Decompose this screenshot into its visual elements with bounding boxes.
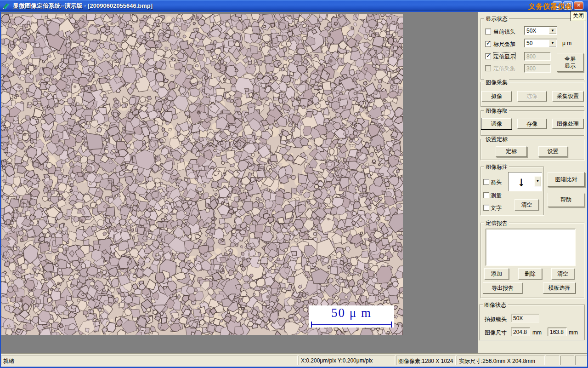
dropdown-arrow-icon[interactable]: ▼ [549, 40, 556, 46]
group-title: 图像标注 [484, 163, 509, 171]
current-lens-checkbox[interactable] [485, 29, 491, 34]
status-empty-segment [575, 356, 587, 365]
capture-lens-label: 拍摄镜头 [485, 316, 507, 323]
capture-lens-value: 50X [511, 314, 539, 322]
group-title: 图像采集 [484, 79, 509, 86]
scale-bar-tick [311, 322, 312, 328]
fixed-capture-label: 定倍采集 [493, 65, 515, 73]
status-empty-segment [546, 356, 560, 365]
status-actual-size: 实际尺寸:256.0mm X 204.8mm [457, 356, 545, 365]
capture-settings-button[interactable]: 采集设置 [552, 91, 583, 101]
measure-label: 测量 [491, 192, 502, 200]
report-clear-button[interactable]: 清空 [551, 268, 574, 279]
current-lens-combobox[interactable]: 50X ▼ [524, 26, 557, 35]
freeze-button: 冻像 [517, 91, 547, 101]
atlas-compare-button[interactable]: 图谱比对 [548, 172, 585, 187]
workspace: 50 μ m [1, 12, 478, 353]
scale-bar-label: 50 μ m [309, 305, 394, 320]
status-empty-segment [560, 356, 574, 365]
micrograph-image[interactable] [1, 14, 403, 335]
clear-annotation-button[interactable]: 清空 [514, 199, 539, 210]
dropdown-arrow-icon[interactable]: ▼ [534, 176, 541, 186]
image-size-label: 图像尺寸 [485, 329, 507, 337]
fixed-display-input: 800 [524, 52, 551, 61]
status-pixel-scale: X:0.200μm/pix Y:0.200μm/pix [299, 356, 395, 365]
measure-checkbox[interactable] [483, 192, 489, 198]
current-lens-label: 当前镜头 [493, 28, 515, 36]
close-tooltip: 关闭 [571, 11, 586, 21]
check-icon: ✓ [486, 52, 491, 58]
report-listbox[interactable] [486, 229, 576, 266]
status-ready: 就绪 [1, 356, 298, 365]
control-panel: 显示状态 当前镜头 50X ▼ ✓ 标尺叠加 50 ▼ μ m ✓ 定倍显示 8… [478, 12, 587, 353]
help-button[interactable]: 帮助 [548, 193, 584, 207]
fixed-display-label: 定倍显示 [493, 53, 515, 61]
dropdown-arrow-icon[interactable]: ▼ [549, 27, 556, 34]
close-icon: ✕ [574, 2, 583, 8]
scale-bar-tick [391, 322, 392, 328]
restore-button[interactable] [563, 1, 573, 10]
image-width-value: 204.8 [511, 328, 530, 336]
scale-bar-overlay: 50 μ m [309, 305, 394, 328]
image-height-value: 163.8 [548, 328, 567, 336]
group-title: 设置定标 [484, 136, 509, 144]
report-add-button[interactable]: 添加 [484, 268, 509, 279]
group-title: 定倍报告 [484, 219, 509, 227]
title-bar: 显微图像定倍系统--演示版 - [20090602055646.bmp] ✕ [0, 0, 588, 11]
check-icon: ✓ [486, 40, 491, 46]
status-bar: 就绪 X:0.200μm/pix Y:0.200μm/pix 图像像素:1280… [1, 353, 587, 367]
calibration-settings-button[interactable]: 设置 [538, 146, 567, 157]
ruler-overlay-checkbox[interactable]: ✓ [485, 41, 491, 47]
shoot-button[interactable]: 摄像 [481, 91, 512, 101]
group-title: 显示状态 [484, 15, 509, 23]
fixed-display-checkbox[interactable]: ✓ [485, 53, 491, 59]
arrow-annotation-checkbox[interactable] [483, 179, 489, 185]
ruler-overlay-label: 标尺叠加 [493, 40, 515, 48]
text-annotation-label: 文字 [491, 204, 502, 212]
scale-bar-line [311, 324, 391, 325]
app-icon [3, 2, 10, 9]
save-image-button[interactable]: 存像 [517, 119, 547, 129]
arrow-down-icon: ↓ [509, 172, 534, 191]
height-unit-label: mm [569, 329, 578, 336]
group-title: 图像状态 [483, 301, 508, 309]
fullscreen-button[interactable]: 全屏显示 [557, 53, 583, 72]
ruler-value-combobox[interactable]: 50 ▼ [524, 39, 557, 47]
width-unit-label: mm [532, 329, 542, 336]
load-image-button[interactable]: 调像 [481, 118, 512, 129]
export-report-button[interactable]: 导出报告 [483, 282, 522, 293]
calibrate-button[interactable]: 定标 [496, 146, 527, 157]
app-window: 显微图像定倍系统--演示版 - [20090602055646.bmp] ✕ 义… [0, 0, 588, 368]
status-image-pixels: 图像像素:1280 X 1024 [396, 356, 456, 365]
group-title: 图像存取 [484, 107, 509, 115]
minimize-button[interactable] [553, 1, 562, 10]
fixed-capture-input: 300 [524, 64, 551, 73]
arrow-style-combobox[interactable]: ↓ ▼ [508, 172, 542, 191]
template-select-button[interactable]: 模板选择 [543, 282, 576, 293]
image-process-button[interactable]: 图像处理 [552, 119, 583, 129]
arrow-annotation-label: 箭头 [491, 178, 502, 186]
window-title: 显微图像定倍系统--演示版 - [20090602055646.bmp] [13, 2, 153, 10]
minimize-icon [555, 6, 559, 8]
close-button[interactable]: ✕ [574, 1, 583, 10]
text-annotation-checkbox[interactable] [483, 205, 489, 211]
ruler-unit-label: μ m [562, 40, 571, 46]
fixed-capture-checkbox [485, 65, 491, 71]
report-delete-button[interactable]: 删除 [518, 268, 542, 279]
